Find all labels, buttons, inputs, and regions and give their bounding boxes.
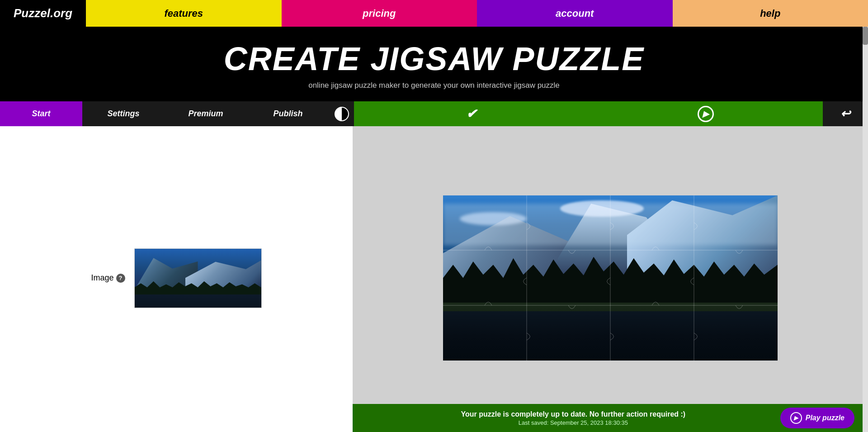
- tab-yin-yang[interactable]: [329, 101, 354, 126]
- yin-yang-icon: [335, 107, 349, 121]
- tab-publish[interactable]: Publish: [247, 101, 329, 126]
- page-subtitle: online jigsaw puzzle maker to generate y…: [0, 81, 868, 90]
- toolbar: Start Settings Premium Publish ✔ ▶ ↩: [0, 101, 868, 126]
- image-section: Image ?: [91, 248, 261, 308]
- play-circle-icon: ▶: [698, 106, 714, 122]
- thumb-water: [135, 294, 261, 308]
- status-text: Your puzzle is completely up to date. No…: [366, 410, 780, 426]
- header: Puzzel.org features pricing account help: [0, 0, 868, 27]
- play-button-icon: ▶: [790, 412, 802, 424]
- nav-help[interactable]: help: [673, 0, 868, 27]
- nav-features[interactable]: features: [86, 0, 282, 27]
- scrollbar-thumb[interactable]: [863, 27, 868, 45]
- image-label: Image ?: [91, 273, 125, 283]
- puzzle-preview: [443, 195, 778, 361]
- page-title: CREATE JIGSAW PUZZLE: [0, 40, 868, 77]
- main-nav: features pricing account help: [86, 0, 868, 27]
- tab-settings[interactable]: Settings: [82, 101, 165, 126]
- tab-share[interactable]: ↩: [823, 101, 868, 126]
- tab-check[interactable]: ✔: [354, 101, 589, 126]
- site-logo[interactable]: Puzzel.org: [0, 6, 86, 20]
- image-help-icon[interactable]: ?: [116, 274, 125, 283]
- tab-play-icon[interactable]: ▶: [589, 101, 823, 126]
- scrollbar[interactable]: [863, 27, 868, 430]
- left-panel: Image ?: [0, 126, 353, 430]
- hero-section: CREATE JIGSAW PUZZLE online jigsaw puzzl…: [0, 27, 868, 101]
- tab-premium[interactable]: Premium: [165, 101, 247, 126]
- tab-start[interactable]: Start: [0, 101, 82, 126]
- nav-pricing[interactable]: pricing: [282, 0, 477, 27]
- image-thumbnail[interactable]: [134, 248, 262, 308]
- status-sub-text: Last saved: September 25, 2023 18:30:35: [366, 419, 780, 426]
- play-puzzle-button[interactable]: ▶ Play puzzle: [780, 408, 854, 428]
- main-content: Image ?: [0, 126, 868, 430]
- puz-snow-left: [460, 212, 527, 225]
- puz-water: [443, 311, 778, 361]
- puzzle-image: [443, 195, 778, 361]
- status-main-text: Your puzzle is completely up to date. No…: [366, 410, 780, 418]
- right-panel: [353, 126, 868, 430]
- status-bar: Your puzzle is completely up to date. No…: [353, 404, 868, 430]
- nav-account[interactable]: account: [477, 0, 673, 27]
